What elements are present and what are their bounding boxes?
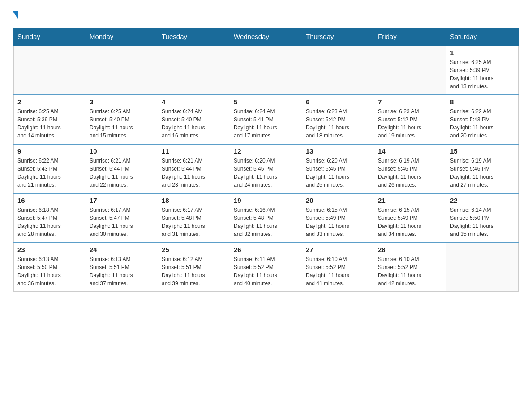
day-number: 15 [450,147,515,155]
day-number: 26 [234,246,298,253]
calendar-cell: 4Sunrise: 6:24 AM Sunset: 5:40 PM Daylig… [158,95,230,144]
day-info: Sunrise: 6:23 AM Sunset: 5:42 PM Dayligh… [378,107,442,140]
day-info: Sunrise: 6:23 AM Sunset: 5:42 PM Dayligh… [306,107,370,140]
day-number: 5 [234,98,298,106]
calendar-cell: 22Sunrise: 6:14 AM Sunset: 5:50 PM Dayli… [446,193,519,243]
calendar-cell: 6Sunrise: 6:23 AM Sunset: 5:42 PM Daylig… [302,95,374,144]
day-number: 28 [378,246,442,253]
day-info: Sunrise: 6:15 AM Sunset: 5:49 PM Dayligh… [378,206,442,238]
calendar-cell: 1Sunrise: 6:25 AM Sunset: 5:39 PM Daylig… [446,46,519,95]
calendar-cell: 14Sunrise: 6:19 AM Sunset: 5:46 PM Dayli… [374,144,446,193]
calendar-cell: 16Sunrise: 6:18 AM Sunset: 5:47 PM Dayli… [14,193,86,243]
day-info: Sunrise: 6:13 AM Sunset: 5:51 PM Dayligh… [90,255,154,287]
calendar-cell: 10Sunrise: 6:21 AM Sunset: 5:44 PM Dayli… [86,144,158,193]
day-number: 27 [306,246,370,253]
day-info: Sunrise: 6:19 AM Sunset: 5:46 PM Dayligh… [378,157,442,189]
calendar-cell: 25Sunrise: 6:12 AM Sunset: 5:51 PM Dayli… [158,243,230,292]
calendar-cell [374,46,446,95]
day-number: 6 [306,98,370,106]
day-number: 10 [90,147,154,155]
day-info: Sunrise: 6:24 AM Sunset: 5:41 PM Dayligh… [234,107,298,140]
day-number: 25 [162,246,226,253]
calendar-cell: 12Sunrise: 6:20 AM Sunset: 5:45 PM Dayli… [230,144,302,193]
calendar-cell [446,243,519,292]
calendar-cell: 11Sunrise: 6:21 AM Sunset: 5:44 PM Dayli… [158,144,230,193]
weekday-header-sunday: Sunday [14,28,86,46]
day-number: 18 [162,197,226,204]
day-info: Sunrise: 6:18 AM Sunset: 5:47 PM Dayligh… [17,206,82,238]
week-row-4: 16Sunrise: 6:18 AM Sunset: 5:47 PM Dayli… [14,193,519,243]
calendar-cell: 8Sunrise: 6:22 AM Sunset: 5:43 PM Daylig… [446,95,519,144]
week-row-1: 1Sunrise: 6:25 AM Sunset: 5:39 PM Daylig… [14,46,519,95]
day-info: Sunrise: 6:10 AM Sunset: 5:52 PM Dayligh… [306,255,370,287]
calendar-cell: 18Sunrise: 6:17 AM Sunset: 5:48 PM Dayli… [158,193,230,243]
day-number: 20 [306,197,370,204]
calendar-cell: 2Sunrise: 6:25 AM Sunset: 5:39 PM Daylig… [14,95,86,144]
weekday-header-friday: Friday [374,28,446,46]
week-row-2: 2Sunrise: 6:25 AM Sunset: 5:39 PM Daylig… [14,95,519,144]
day-number: 22 [450,197,515,204]
day-info: Sunrise: 6:22 AM Sunset: 5:43 PM Dayligh… [17,157,82,189]
day-number: 19 [234,197,298,204]
calendar-body: 1Sunrise: 6:25 AM Sunset: 5:39 PM Daylig… [14,46,519,292]
day-info: Sunrise: 6:12 AM Sunset: 5:51 PM Dayligh… [162,255,226,287]
calendar-table: SundayMondayTuesdayWednesdayThursdayFrid… [13,28,519,292]
day-info: Sunrise: 6:15 AM Sunset: 5:49 PM Dayligh… [306,206,370,238]
week-row-3: 9Sunrise: 6:22 AM Sunset: 5:43 PM Daylig… [14,144,519,193]
day-number: 1 [450,49,515,56]
calendar-cell: 19Sunrise: 6:16 AM Sunset: 5:48 PM Dayli… [230,193,302,243]
day-info: Sunrise: 6:21 AM Sunset: 5:44 PM Dayligh… [90,157,154,189]
day-number: 21 [378,197,442,204]
weekday-header-saturday: Saturday [446,28,519,46]
day-number: 23 [17,246,82,253]
day-info: Sunrise: 6:22 AM Sunset: 5:43 PM Dayligh… [450,107,515,140]
day-number: 7 [378,98,442,106]
calendar-cell [230,46,302,95]
day-number: 11 [162,147,226,155]
calendar-cell: 17Sunrise: 6:17 AM Sunset: 5:47 PM Dayli… [86,193,158,243]
weekday-header-thursday: Thursday [302,28,374,46]
calendar-cell: 20Sunrise: 6:15 AM Sunset: 5:49 PM Dayli… [302,193,374,243]
calendar-cell: 13Sunrise: 6:20 AM Sunset: 5:45 PM Dayli… [302,144,374,193]
weekday-header-tuesday: Tuesday [158,28,230,46]
weekday-header-row: SundayMondayTuesdayWednesdayThursdayFrid… [14,28,519,46]
calendar-cell: 28Sunrise: 6:10 AM Sunset: 5:52 PM Dayli… [374,243,446,292]
day-number: 2 [17,98,82,106]
calendar-cell: 15Sunrise: 6:19 AM Sunset: 5:46 PM Dayli… [446,144,519,193]
calendar-cell: 5Sunrise: 6:24 AM Sunset: 5:41 PM Daylig… [230,95,302,144]
day-number: 8 [450,98,515,106]
day-info: Sunrise: 6:20 AM Sunset: 5:45 PM Dayligh… [306,157,370,189]
page-header [13,9,519,19]
calendar-cell: 7Sunrise: 6:23 AM Sunset: 5:42 PM Daylig… [374,95,446,144]
day-number: 9 [17,147,82,155]
calendar-cell [302,46,374,95]
calendar-cell: 3Sunrise: 6:25 AM Sunset: 5:40 PM Daylig… [86,95,158,144]
day-number: 12 [234,147,298,155]
weekday-header-wednesday: Wednesday [230,28,302,46]
day-info: Sunrise: 6:16 AM Sunset: 5:48 PM Dayligh… [234,206,298,238]
day-info: Sunrise: 6:25 AM Sunset: 5:40 PM Dayligh… [90,107,154,140]
calendar-cell: 27Sunrise: 6:10 AM Sunset: 5:52 PM Dayli… [302,243,374,292]
day-info: Sunrise: 6:11 AM Sunset: 5:52 PM Dayligh… [234,255,298,287]
day-number: 14 [378,147,442,155]
day-info: Sunrise: 6:17 AM Sunset: 5:47 PM Dayligh… [90,206,154,238]
day-info: Sunrise: 6:24 AM Sunset: 5:40 PM Dayligh… [162,107,226,140]
day-number: 3 [90,98,154,106]
week-row-5: 23Sunrise: 6:13 AM Sunset: 5:50 PM Dayli… [14,243,519,292]
day-info: Sunrise: 6:25 AM Sunset: 5:39 PM Dayligh… [17,107,82,140]
day-number: 17 [90,197,154,204]
day-number: 13 [306,147,370,155]
day-info: Sunrise: 6:19 AM Sunset: 5:46 PM Dayligh… [450,157,515,189]
calendar-cell [158,46,230,95]
calendar-cell: 26Sunrise: 6:11 AM Sunset: 5:52 PM Dayli… [230,243,302,292]
day-info: Sunrise: 6:14 AM Sunset: 5:50 PM Dayligh… [450,206,515,238]
day-info: Sunrise: 6:17 AM Sunset: 5:48 PM Dayligh… [162,206,226,238]
calendar-cell [14,46,86,95]
calendar-cell: 23Sunrise: 6:13 AM Sunset: 5:50 PM Dayli… [14,243,86,292]
day-number: 24 [90,246,154,253]
calendar-cell: 21Sunrise: 6:15 AM Sunset: 5:49 PM Dayli… [374,193,446,243]
weekday-header-monday: Monday [86,28,158,46]
calendar-cell: 24Sunrise: 6:13 AM Sunset: 5:51 PM Dayli… [86,243,158,292]
calendar-cell [86,46,158,95]
day-info: Sunrise: 6:10 AM Sunset: 5:52 PM Dayligh… [378,255,442,287]
